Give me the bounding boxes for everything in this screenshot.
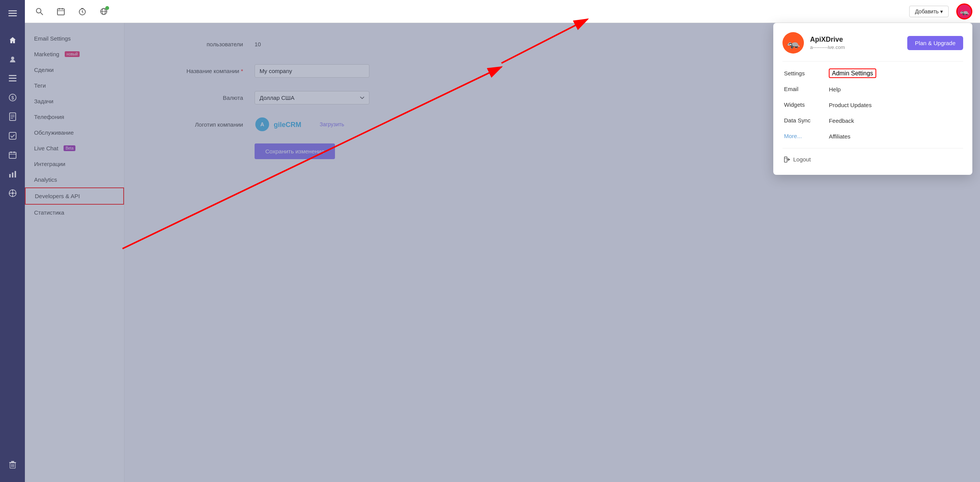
icon-sidebar: $ [0,0,25,482]
settings-sidebar: Email Settings Marketing новый Сделки Те… [25,23,124,482]
dropdown-col-right: Admin Settings Help Product Updates Feed… [827,66,878,143]
svg-line-41 [82,12,83,13]
required-asterisk: * [241,68,243,74]
user-avatar[interactable]: 🦡 [956,3,972,20]
admin-settings-label[interactable]: Admin Settings [829,68,876,78]
save-button[interactable]: Сохранить изменения [255,143,335,159]
dropdown-item-email[interactable]: Email [782,82,812,96]
svg-point-3 [11,57,14,60]
dropdown-item-affiliates[interactable]: Affiliates [827,129,878,143]
svg-rect-4 [9,75,16,76]
nav-email-settings[interactable]: Email Settings [25,31,124,46]
logout-label: Logout [793,156,811,163]
tasks-nav-icon[interactable] [0,126,25,145]
top-header: Добавить ▾ 🦡 [25,0,980,23]
badge-beta: Beta [64,145,75,151]
company-name-input[interactable] [255,64,369,78]
trash-nav-icon[interactable] [0,455,25,474]
logo-label: Логотип компании [140,121,255,128]
nav-analytics[interactable]: Analytics [25,172,124,187]
nav-live-chat[interactable]: Live Chat Beta [25,140,124,156]
dropdown-email: a---------ive.com [810,44,845,50]
reports-nav-icon[interactable] [0,164,25,184]
svg-rect-1 [8,13,17,14]
nav-statistics[interactable]: Статистика [25,205,124,220]
nav-tasks[interactable]: Задачи [25,93,124,109]
svg-rect-13 [9,132,16,139]
svg-rect-6 [9,80,16,81]
nav-deals[interactable]: Сделки [25,62,124,78]
svg-point-33 [36,8,41,13]
svg-rect-0 [8,10,17,11]
svg-line-34 [41,13,43,15]
globe-header-icon[interactable] [97,5,111,18]
dropdown-item-help[interactable]: Help [827,82,878,96]
dropdown-avatar: 🦡 [782,32,804,54]
dropdown-item-datasync[interactable]: Data Sync [782,113,812,127]
hamburger-menu-icon[interactable] [0,4,25,23]
svg-rect-19 [12,173,13,177]
currency-label: Валюта [140,94,255,101]
dropdown-item-widgets[interactable]: Widgets [782,98,812,112]
dropdown-item-admin-settings[interactable]: Admin Settings [827,66,878,81]
logo-preview: A gileCRM [255,116,304,132]
nav-marketing[interactable]: Marketing новый [25,46,124,62]
svg-rect-35 [57,9,64,15]
svg-rect-28 [11,461,14,462]
contacts-nav-icon[interactable] [0,50,25,69]
svg-text:A: A [260,121,264,127]
svg-rect-14 [9,152,16,158]
svg-text:$: $ [11,95,14,101]
dropdown-header: 🦡 ApiXDrive a---------ive.com Plan & Upg… [782,32,963,54]
nav-service[interactable]: Обслуживание [25,125,124,140]
dropdown-divider-2 [782,148,963,148]
dropdown-item-feedback[interactable]: Feedback [827,114,878,128]
company-name-label: Название компании * [140,68,255,74]
documents-nav-icon[interactable] [0,107,25,126]
calendar-nav-icon[interactable] [0,145,25,164]
home-nav-icon[interactable] [0,31,25,50]
currency-select[interactable]: Доллар США [255,91,369,104]
svg-rect-49 [784,157,787,162]
notification-dot [105,6,109,10]
nav-developers-api[interactable]: Developers & API [25,187,124,205]
svg-rect-20 [15,171,16,177]
svg-rect-5 [9,78,16,79]
svg-point-22 [11,192,14,194]
badge-new: новый [65,51,80,57]
integrations-nav-icon[interactable] [0,184,25,203]
svg-text:gileCRM: gileCRM [274,121,301,129]
dropdown-col-left: Settings Email Widgets Data Sync More... [782,66,812,143]
dropdown-item-product-updates[interactable]: Product Updates [827,98,878,112]
dropdown-divider-1 [782,61,963,62]
nav-tags[interactable]: Теги [25,78,124,93]
dropdown-item-settings[interactable]: Settings [782,66,812,80]
calendar-header-icon[interactable] [54,5,68,18]
svg-rect-18 [9,174,11,177]
add-button[interactable]: Добавить ▾ [909,6,949,17]
timer-header-icon[interactable] [75,5,89,18]
dropdown-cols: Settings Email Widgets Data Sync More...… [782,66,963,143]
dropdown-item-more[interactable]: More... [782,129,812,143]
user-dropdown: 🦡 ApiXDrive a---------ive.com Plan & Upg… [773,23,972,175]
search-icon[interactable] [33,5,46,18]
nav-integrations[interactable]: Интеграции [25,156,124,172]
svg-rect-2 [8,15,17,16]
deals-nav-icon[interactable]: $ [0,88,25,107]
plan-upgrade-button[interactable]: Plan & Upgrade [907,36,963,50]
dropdown-user-info: ApiXDrive a---------ive.com [810,36,845,50]
nav-telephony[interactable]: Телефония [25,109,124,125]
dropdown-username: ApiXDrive [810,36,845,44]
list-nav-icon[interactable] [0,69,25,88]
logout-button[interactable]: Logout [782,153,963,166]
users-label: пользователи [140,41,255,47]
upload-button[interactable]: Загрузить [320,121,344,127]
